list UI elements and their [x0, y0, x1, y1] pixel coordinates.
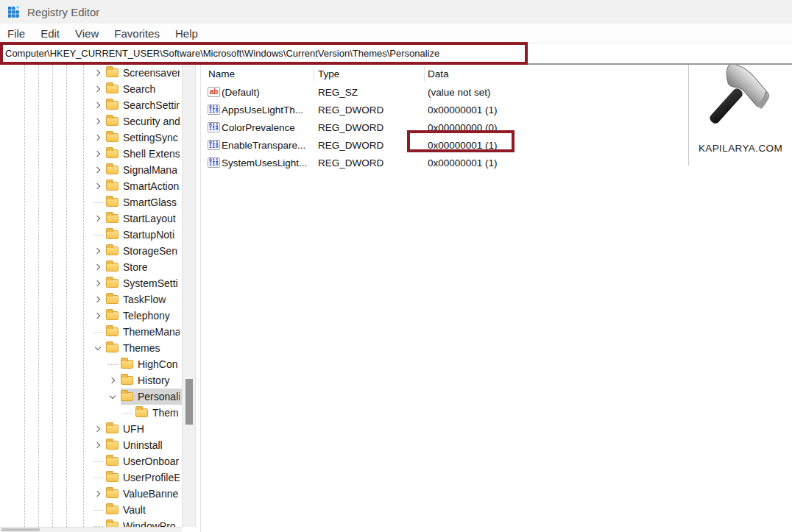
chevron-right-icon[interactable] [93, 246, 103, 256]
menu-item-favorites[interactable]: Favorites [113, 26, 161, 40]
tree-item-label: Search [123, 83, 155, 95]
tree-row-telephony[interactable]: Telephony [0, 308, 182, 324]
tree-row-security-and[interactable]: Security and [0, 113, 182, 130]
column-divider[interactable] [424, 66, 425, 82]
tree-key[interactable]: Store [106, 259, 182, 275]
chevron-down-icon[interactable] [107, 391, 118, 402]
scrollbar-thumb[interactable] [1, 528, 40, 531]
menu-item-file[interactable]: File [6, 26, 26, 40]
tree-row-settingsync[interactable]: SettingSync [0, 130, 182, 146]
tree-key[interactable]: StartLayout [106, 210, 182, 227]
tree-row-screensaver[interactable]: Screensaver [0, 65, 182, 81]
folder-icon [121, 360, 133, 369]
chevron-right-icon[interactable] [93, 278, 103, 288]
tree-row-startlayout[interactable]: StartLayout [0, 210, 182, 227]
tree-key[interactable]: StorageSen [106, 243, 182, 259]
tree-key[interactable]: StartupNoti [106, 227, 182, 243]
chevron-right-icon[interactable] [93, 165, 103, 175]
tree-key[interactable]: ThemeMana [106, 324, 182, 340]
tree-row-themes[interactable]: Themes [0, 340, 182, 356]
chevron-right-icon[interactable] [93, 100, 103, 110]
folder-icon [106, 489, 119, 498]
chevron-right-icon[interactable] [93, 84, 103, 94]
tree-key[interactable]: UserProfileE [106, 469, 182, 486]
tree-key[interactable]: Telephony [106, 308, 182, 324]
tree-key[interactable]: SmartAction [106, 178, 182, 194]
tree-row-taskflow[interactable]: TaskFlow [0, 291, 182, 308]
tree-row-valuebanne[interactable]: ValueBanne [0, 486, 182, 502]
tree-key[interactable]: UserOnboar [106, 453, 182, 469]
column-divider[interactable] [314, 66, 314, 82]
tree-key[interactable]: SettingSync [106, 130, 182, 146]
value-name: AppsUseLightTh... [222, 101, 314, 118]
tree-row-userprofilee[interactable]: UserProfileE [0, 469, 182, 486]
chevron-right-icon[interactable] [93, 311, 103, 321]
tree-row-them[interactable]: Them [0, 405, 182, 421]
folder-icon [106, 457, 119, 466]
tree-item-label: ThemeMana [123, 326, 180, 338]
chevron-right-icon[interactable] [93, 213, 103, 224]
tree-key[interactable]: TaskFlow [106, 291, 182, 308]
tree-row-history[interactable]: History [0, 372, 182, 389]
chevron-right-icon[interactable] [93, 149, 103, 159]
tree-row-highcon[interactable]: HighCon [0, 356, 182, 372]
tree-key[interactable]: Shell Extens [106, 146, 182, 162]
tree-key[interactable]: SearchSettin [106, 97, 182, 113]
tree-row-store[interactable]: Store [0, 259, 182, 275]
tree-item-label: StartLayout [123, 213, 176, 224]
column-header-data[interactable]: Data [428, 65, 449, 83]
tree-row-searchsettin[interactable]: SearchSettin [0, 97, 182, 113]
tree-key[interactable]: ValueBanne [106, 486, 182, 502]
tree-row-useronboar[interactable]: UserOnboar [0, 453, 182, 469]
menu-item-help[interactable]: Help [174, 26, 199, 40]
tree-item-label: SearchSettin [123, 99, 180, 111]
chevron-right-icon[interactable] [93, 262, 103, 272]
chevron-right-icon[interactable] [93, 68, 103, 78]
tree-row-vault[interactable]: Vault [0, 502, 182, 518]
menu-item-edit[interactable]: Edit [39, 26, 61, 40]
chevron-down-icon[interactable] [93, 343, 103, 353]
column-header-name[interactable]: Name [208, 65, 235, 83]
chevron-right-icon[interactable] [93, 181, 103, 191]
tree-row-storagesen[interactable]: StorageSen [0, 243, 182, 259]
tree-row-personali[interactable]: Personali [0, 389, 182, 405]
address-input[interactable]: Computer\HKEY_CURRENT_USER\Software\Micr… [0, 48, 439, 59]
tree-row-startupnoti[interactable]: StartupNoti [0, 227, 182, 243]
chevron-right-icon[interactable] [93, 116, 103, 127]
chevron-right-icon[interactable] [93, 294, 103, 305]
tree-key[interactable]: Themes [106, 340, 182, 356]
tree-key[interactable]: SmartGlass [106, 194, 182, 210]
tree-row-uninstall[interactable]: Uninstall [0, 437, 182, 453]
tree-row-ufh[interactable]: UFH [0, 421, 182, 437]
tree-row-shell-extens[interactable]: Shell Extens [0, 146, 182, 162]
tree-key[interactable]: Screensaver [106, 65, 182, 81]
tree-key[interactable]: HighCon [121, 356, 182, 372]
tree-row-systemsetti[interactable]: SystemSetti [0, 275, 182, 291]
tree-vertical-scrollbar[interactable] [182, 65, 196, 527]
tree-key[interactable]: Uninstall [106, 437, 182, 453]
menu-item-view[interactable]: View [74, 26, 100, 40]
tree-key[interactable]: History [121, 372, 182, 389]
chevron-right-icon[interactable] [93, 440, 103, 450]
tree-row-thememana[interactable]: ThemeMana [0, 324, 182, 340]
tree-horizontal-scrollbar[interactable] [0, 527, 182, 532]
column-header-type[interactable]: Type [318, 65, 339, 83]
chevron-right-icon[interactable] [93, 489, 103, 499]
tree-key[interactable]: Search [106, 81, 182, 97]
tree-selected-key[interactable]: Personali [121, 389, 182, 405]
chevron-right-icon[interactable] [107, 375, 118, 386]
tree-key[interactable]: Them [135, 405, 182, 421]
tree-row-search[interactable]: Search [0, 81, 182, 97]
chevron-right-icon[interactable] [93, 132, 103, 143]
tree-row-smartglass[interactable]: SmartGlass [0, 194, 182, 210]
scrollbar-thumb[interactable] [185, 379, 193, 425]
folder-icon [106, 149, 119, 158]
tree-key[interactable]: Security and [106, 113, 182, 130]
tree-key[interactable]: SystemSetti [106, 275, 182, 291]
tree-key[interactable]: SignalMana [106, 162, 182, 178]
chevron-right-icon[interactable] [93, 424, 103, 434]
tree-row-signalmana[interactable]: SignalMana [0, 162, 182, 178]
tree-key[interactable]: Vault [106, 502, 182, 518]
tree-row-smartaction[interactable]: SmartAction [0, 178, 182, 194]
tree-key[interactable]: UFH [106, 421, 182, 437]
